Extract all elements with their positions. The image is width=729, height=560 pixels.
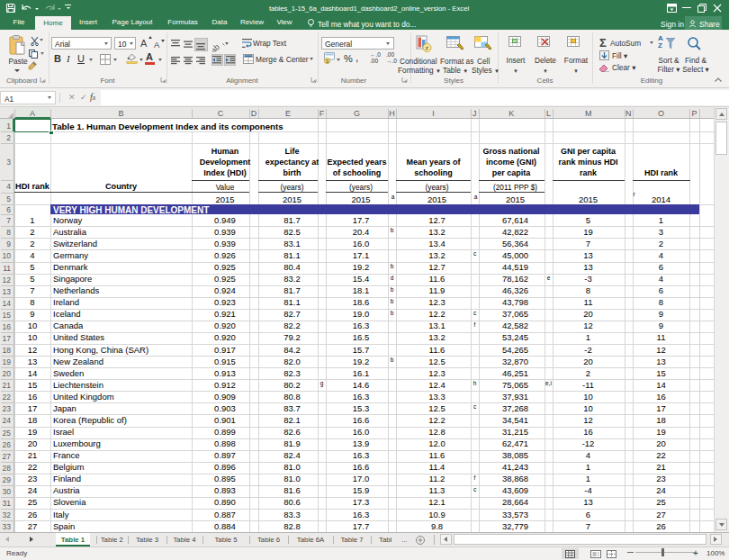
svg-text:≠: ≠ (426, 45, 429, 51)
svg-text:ab: ab (212, 42, 221, 52)
